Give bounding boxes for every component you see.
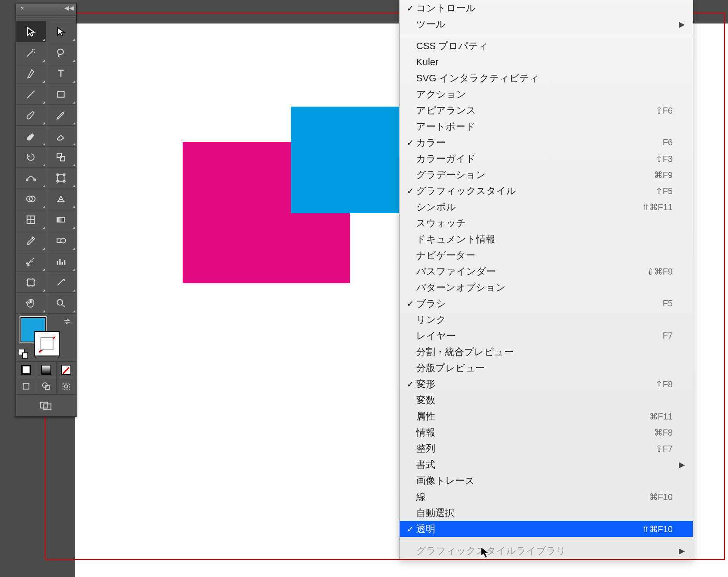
draw-inside[interactable] (57, 378, 76, 394)
swap-fill-stroke-icon[interactable] (62, 316, 73, 327)
pencil-tool[interactable] (46, 105, 76, 126)
menu-item[interactable]: 自動選択 (400, 505, 693, 521)
blob-brush-tool[interactable] (16, 126, 46, 147)
menu-item[interactable]: パターンオプション (400, 279, 693, 295)
menu-item-label: 属性 (416, 410, 649, 423)
menu-item-label: カラー (416, 136, 663, 149)
menu-item[interactable]: シンボル⇧⌘F11 (400, 199, 693, 215)
menu-item[interactable]: レイヤーF7 (400, 328, 693, 344)
panel-close-button[interactable]: × (19, 5, 26, 12)
type-tool[interactable] (46, 63, 76, 84)
menu-item[interactable]: 線⌘F10 (400, 489, 693, 505)
color-mode-gradient[interactable] (36, 362, 56, 378)
menu-item[interactable]: 整列⇧F7 (400, 440, 693, 456)
artboard-tool[interactable] (16, 272, 46, 293)
menu-item[interactable]: スウォッチ (400, 215, 693, 231)
menu-item[interactable]: 書式▶ (400, 456, 693, 473)
menu-item-label: ナビゲーター (416, 249, 673, 262)
submenu-arrow-icon: ▶ (673, 460, 685, 470)
lasso-tool[interactable] (46, 42, 76, 63)
menu-item[interactable]: 分版プレビュー (400, 360, 693, 376)
blend-tool[interactable] (46, 230, 76, 251)
menu-item[interactable]: ドキュメント情報 (400, 231, 693, 247)
menu-checkmark-icon: ✓ (404, 186, 416, 196)
screen-mode-button[interactable] (16, 395, 76, 416)
rectangle-tool[interactable] (46, 84, 76, 105)
menu-item[interactable]: アートボード (400, 118, 693, 134)
scale-tool[interactable] (46, 147, 76, 168)
menu-item[interactable]: 属性⌘F11 (400, 408, 693, 424)
selection-tool[interactable] (16, 21, 46, 42)
menu-item[interactable]: ✓カラーF6 (400, 134, 693, 151)
magic-wand-tool[interactable] (16, 42, 46, 63)
draw-normal[interactable] (16, 378, 36, 394)
color-mode-none[interactable] (57, 362, 76, 378)
menu-item[interactable]: ✓ブラシF5 (400, 295, 693, 312)
eraser-tool[interactable] (46, 126, 76, 147)
svg-point-24 (65, 385, 68, 388)
panel-grip[interactable] (16, 14, 76, 21)
menu-item-label: シンボル (416, 201, 642, 214)
draw-behind[interactable] (36, 378, 56, 394)
menu-item[interactable]: リンク (400, 312, 693, 328)
menu-item-label: 書式 (416, 458, 673, 471)
menu-item-shortcut: F6 (663, 138, 673, 148)
menu-item[interactable]: ✓コントロール (400, 0, 693, 16)
color-mode-solid[interactable] (16, 362, 36, 378)
fill-stroke-control (16, 314, 76, 362)
gradient-tool[interactable] (46, 209, 76, 230)
menu-item[interactable]: 変数 (400, 392, 693, 408)
symbol-sprayer-tool[interactable] (16, 251, 46, 272)
direct-selection-tool[interactable] (46, 21, 76, 42)
menu-item[interactable]: ✓変形⇧F8 (400, 376, 693, 392)
menu-item[interactable]: カラーガイド⇧F3 (400, 151, 693, 167)
menu-item[interactable]: グラデーション⌘F9 (400, 167, 693, 183)
menu-item[interactable]: ツール▶ (400, 16, 693, 32)
free-transform-tool[interactable] (46, 168, 76, 188)
tools-panel-header: × ◀◀ (16, 3, 76, 14)
menu-item-label: ブラシ (416, 297, 663, 310)
mesh-tool[interactable] (16, 209, 46, 230)
column-graph-tool[interactable] (46, 251, 76, 272)
menu-item[interactable]: Kuler (400, 54, 693, 70)
paintbrush-tool[interactable] (16, 105, 46, 126)
menu-item-label: SVG インタラクティビティ (416, 72, 673, 85)
submenu-arrow-icon: ▶ (673, 546, 685, 556)
svg-rect-13 (57, 217, 64, 222)
menu-item-label: 情報 (416, 426, 654, 439)
menu-item[interactable]: アピアランス⇧F6 (400, 102, 693, 118)
menu-item[interactable]: SVG インタラクティビティ (400, 70, 693, 86)
rotate-tool[interactable] (16, 147, 46, 168)
panel-collapse-button[interactable]: ◀◀ (64, 5, 74, 12)
svg-rect-14 (57, 238, 61, 242)
eyedropper-tool[interactable] (16, 230, 46, 251)
menu-item-label: アクション (416, 88, 673, 101)
submenu-arrow-icon: ▶ (673, 20, 685, 29)
menu-item-shortcut: ⇧F8 (655, 379, 673, 389)
zoom-tool[interactable] (46, 293, 76, 314)
menu-item-label: 線 (416, 490, 649, 503)
svg-rect-20 (23, 383, 29, 389)
menu-item-label: パターンオプション (416, 281, 673, 294)
hand-tool[interactable] (16, 293, 46, 314)
menu-item[interactable]: 分割・統合プレビュー (400, 344, 693, 360)
shape-builder-tool[interactable] (16, 188, 46, 209)
stroke-swatch[interactable] (34, 331, 60, 356)
default-fill-stroke-icon[interactable] (19, 349, 28, 359)
line-segment-tool[interactable] (16, 84, 46, 105)
menu-item[interactable]: アクション (400, 86, 693, 102)
pen-tool[interactable] (16, 63, 46, 84)
menu-item[interactable]: ✓グラフィックスタイル⇧F5 (400, 183, 693, 199)
menu-item-label: 画像トレース (416, 474, 673, 487)
menu-item[interactable]: パスファインダー⇧⌘F9 (400, 263, 693, 279)
menu-item[interactable]: ✓透明⇧⌘F10 (400, 521, 693, 537)
menu-item[interactable]: CSS プロパティ (400, 38, 693, 54)
menu-item[interactable]: ナビゲーター (400, 247, 693, 263)
menu-item-shortcut: ⌘F8 (654, 427, 673, 438)
menu-item[interactable]: 情報⌘F8 (400, 424, 693, 440)
menu-item-label: 分版プレビュー (416, 362, 673, 375)
menu-item[interactable]: 画像トレース (400, 473, 693, 489)
width-tool[interactable] (16, 168, 46, 188)
perspective-grid-tool[interactable] (46, 188, 76, 209)
slice-tool[interactable] (46, 272, 76, 293)
